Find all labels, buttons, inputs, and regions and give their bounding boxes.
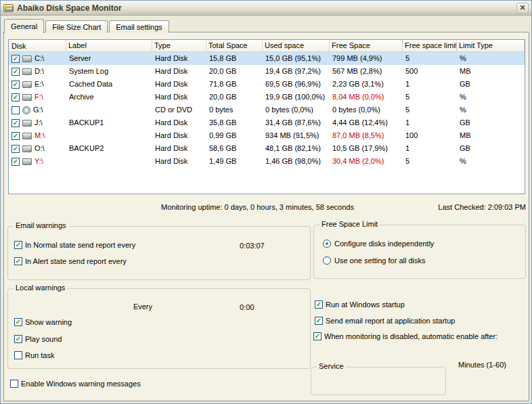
- normal-report-checkbox[interactable]: [14, 241, 22, 249]
- email-warnings-title: Email warnings: [14, 221, 68, 229]
- col-header-free[interactable]: Free Space: [330, 40, 403, 52]
- auto-enable-checkbox[interactable]: [313, 332, 322, 340]
- app-icon: [3, 4, 14, 12]
- tab-file-size-chart[interactable]: File Size Chart: [45, 20, 108, 32]
- cell-label: BACKUP2: [66, 142, 152, 155]
- disk-letter: Y:\: [35, 155, 43, 168]
- cell-total: 1,49 GB: [206, 155, 263, 168]
- cell-limit: 100: [403, 129, 457, 142]
- auto-enable-unit-label: Minutes (1-60): [458, 361, 506, 369]
- table-row[interactable]: E:\Cached DataHard Disk71,8 GB69,5 GB (9…: [9, 78, 525, 91]
- cell-type: Hard Disk: [152, 65, 206, 78]
- table-row[interactable]: G:\CD or DVD0 bytes0 bytes (0,0%)0 bytes…: [9, 104, 525, 116]
- cell-used: 19,4 GB (97,2%): [263, 65, 330, 78]
- cell-free: 0 bytes (0,0%): [330, 104, 403, 116]
- disk-checkbox[interactable]: [12, 158, 20, 166]
- disk-checkbox[interactable]: [12, 93, 20, 102]
- disk-checkbox[interactable]: [12, 55, 20, 63]
- enable-windows-messages-row: Enable Windows warning messages: [10, 380, 141, 388]
- cell-type: Hard Disk: [152, 78, 206, 91]
- hdd-icon: [22, 94, 32, 101]
- cell-type: Hard Disk: [152, 52, 206, 65]
- disk-cell: E:\: [9, 78, 66, 91]
- col-header-label[interactable]: Label: [66, 40, 152, 52]
- hdd-icon: [22, 133, 32, 139]
- hdd-icon: [22, 145, 32, 152]
- cd-icon: [22, 106, 30, 114]
- disk-letter: M:\: [35, 129, 45, 142]
- send-report-startup-label: Send email report at application startup: [326, 317, 455, 325]
- col-header-used[interactable]: Used space: [263, 40, 330, 52]
- disk-cell: G:\: [9, 104, 66, 116]
- one-setting-radio[interactable]: [323, 256, 331, 265]
- cell-limit: 1: [403, 78, 457, 91]
- disk-letter: D:\: [35, 65, 44, 78]
- every-timer: 0:00: [240, 303, 254, 311]
- col-header-disk[interactable]: Disk: [9, 40, 66, 52]
- hdd-icon: [22, 158, 32, 165]
- tab-email-settings[interactable]: Email settings: [109, 20, 169, 32]
- cell-free: 30,4 MB (2,0%): [330, 155, 403, 168]
- cell-limit: 5: [403, 52, 457, 65]
- disk-table-header: Disk Label Type Total Space Used space F…: [9, 40, 525, 52]
- cell-type: Hard Disk: [152, 129, 206, 142]
- table-row[interactable]: C:\ServerHard Disk15,8 GB15,0 GB (95,1%)…: [9, 52, 525, 65]
- col-header-limit-type[interactable]: Limit Type: [457, 40, 525, 52]
- show-warning-checkbox[interactable]: [14, 318, 22, 326]
- close-icon[interactable]: ✕: [516, 3, 529, 14]
- run-task-label: Run task: [25, 351, 54, 359]
- cell-used: 19,9 GB (100,0%): [263, 91, 330, 104]
- disk-checkbox[interactable]: [12, 106, 20, 114]
- disk-checkbox[interactable]: [12, 145, 20, 153]
- cell-limit_type: GB: [457, 142, 525, 155]
- col-header-limit[interactable]: Free space limit: [403, 40, 457, 52]
- cell-used: 934 MB (91,5%): [263, 129, 330, 142]
- disk-checkbox[interactable]: [12, 68, 20, 76]
- disk-cell: D:\: [9, 65, 66, 78]
- cell-limit: 1: [403, 116, 457, 129]
- cell-limit_type: %: [457, 91, 525, 104]
- cell-type: Hard Disk: [152, 116, 206, 129]
- table-row[interactable]: O:\BACKUP2Hard Disk58,6 GB48,1 GB (82,1%…: [9, 142, 525, 155]
- uptime-status: Monitoring uptime: 0 days, 0 hours, 3 mi…: [161, 203, 354, 211]
- disk-letter: O:\: [35, 142, 45, 155]
- tab-general[interactable]: General: [4, 19, 44, 33]
- cell-free: 2,23 GB (3,1%): [330, 78, 403, 91]
- enable-windows-messages-label: Enable Windows warning messages: [21, 380, 141, 388]
- hdd-icon: [22, 55, 32, 62]
- run-at-startup-checkbox[interactable]: [315, 300, 323, 309]
- alert-report-checkbox[interactable]: [14, 257, 22, 265]
- disk-checkbox[interactable]: [12, 81, 20, 89]
- cell-type: Hard Disk: [152, 142, 206, 155]
- table-row[interactable]: F:\ArchiveHard Disk20,0 GB19,9 GB (100,0…: [9, 91, 525, 104]
- tab-bar: General File Size Chart Email settings: [4, 18, 171, 32]
- free-space-limit-group: Free Space Limit: [313, 225, 526, 279]
- col-header-total[interactable]: Total Space: [206, 40, 263, 52]
- one-setting-row: Use one setting for all disks: [323, 256, 426, 265]
- disk-checkbox[interactable]: [12, 132, 20, 140]
- table-row[interactable]: Y:\Hard Disk1,49 GB1,46 GB (98,0%)30,4 M…: [9, 155, 525, 168]
- col-header-type[interactable]: Type: [152, 40, 206, 52]
- play-sound-checkbox[interactable]: [14, 335, 22, 343]
- disk-table-body: C:\ServerHard Disk15,8 GB15,0 GB (95,1%)…: [9, 52, 525, 168]
- normal-report-row: In Normal state send report every: [14, 241, 135, 249]
- table-row[interactable]: D:\System LogHard Disk20,0 GB19,4 GB (97…: [9, 65, 525, 78]
- auto-enable-label: When monitoring is disabled, automatic e…: [324, 332, 497, 340]
- cell-label: BACKUP1: [66, 116, 152, 129]
- normal-report-timer: 0:03:07: [240, 242, 265, 250]
- table-row[interactable]: J:\BACKUP1Hard Disk35,8 GB31,4 GB (87,6%…: [9, 116, 525, 129]
- table-row[interactable]: M:\Hard Disk0,99 GB934 MB (91,5%)87,0 MB…: [9, 129, 525, 142]
- cell-used: 15,0 GB (95,1%): [263, 52, 330, 65]
- cell-limit: 5: [403, 155, 457, 168]
- last-checked-status: Last Checked: 2:09:03 PM: [420, 203, 526, 211]
- send-report-startup-row: Send email report at application startup: [315, 317, 455, 325]
- enable-windows-messages-checkbox[interactable]: [10, 380, 18, 388]
- configure-independently-radio[interactable]: [323, 240, 331, 248]
- cell-total: 20,0 GB: [206, 65, 263, 78]
- disk-checkbox[interactable]: [12, 119, 20, 127]
- run-task-checkbox[interactable]: [14, 351, 22, 359]
- send-report-startup-checkbox[interactable]: [315, 317, 323, 325]
- every-label: Every: [116, 302, 152, 311]
- disk-letter: E:\: [35, 78, 43, 91]
- local-warnings-title: Local warnings: [14, 284, 67, 292]
